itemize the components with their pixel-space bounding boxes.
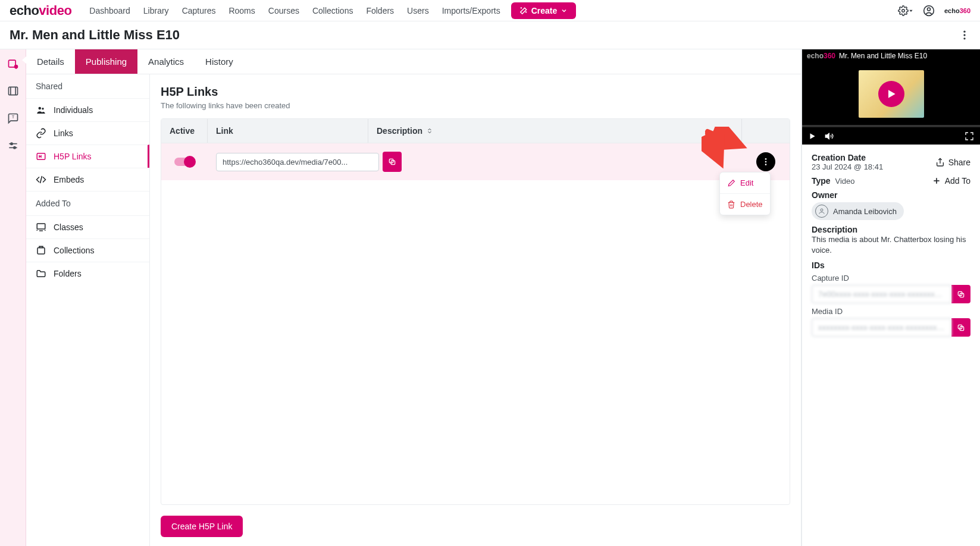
volume-icon[interactable] (825, 131, 834, 141)
type-value: Video (835, 177, 855, 186)
owner-name: Amanda Leibovich (833, 207, 897, 216)
fullscreen-icon[interactable] (965, 131, 974, 141)
create-button[interactable]: Create (511, 2, 577, 19)
creation-row: Creation Date 23 Jul 2024 @ 18:41 Share (812, 153, 970, 171)
svg-point-18 (39, 107, 42, 110)
owner-block: Owner Amanda Leibovich (812, 190, 970, 220)
row-actions-button[interactable] (756, 152, 775, 171)
sidebar-item-links[interactable]: Links (26, 121, 149, 145)
right-panel: echo360 Mr. Men and Little Miss E10 (801, 49, 980, 546)
media-id-value[interactable]: xxxxxxxx-xxxx-xxxx-xxxx-xxxxxxxxxx... (812, 318, 951, 337)
nav-library[interactable]: Library (143, 6, 169, 15)
copy-link-button[interactable] (383, 152, 402, 172)
sidebar-item-classes[interactable]: Classes (26, 215, 149, 239)
nav-folders[interactable]: Folders (366, 6, 394, 15)
nav-rooms[interactable]: Rooms (228, 6, 255, 15)
create-h5p-link-button[interactable]: Create H5P Link (161, 516, 243, 537)
more-vertical-icon (761, 157, 771, 167)
ids-label: IDs (812, 261, 970, 270)
share-label: Share (948, 158, 970, 167)
sidebar-item-h5p-links[interactable]: H5P Links (26, 145, 149, 168)
nav-collections[interactable]: Collections (312, 6, 353, 15)
play-icon (885, 88, 897, 100)
media-id-label: Media ID (812, 307, 970, 316)
svg-point-33 (765, 161, 767, 163)
sidebar-item-individuals[interactable]: Individuals (26, 98, 149, 121)
brand-logo[interactable]: echovideo (10, 3, 71, 18)
svg-point-32 (765, 158, 767, 160)
brand-video: video (39, 3, 71, 18)
sidebar-item-embeds[interactable]: Embeds (26, 168, 149, 191)
transcript-icon: T (7, 112, 19, 124)
svg-marker-36 (888, 90, 896, 98)
trash-icon (727, 200, 735, 209)
video-preview[interactable]: echo360 Mr. Men and Little Miss E10 (802, 49, 980, 145)
left-rail: i T (0, 49, 26, 546)
link-value[interactable]: https://echo360qa.dev/media/7e00... (216, 153, 379, 171)
profile-button[interactable] (923, 5, 935, 17)
desc-label: Description (812, 225, 970, 234)
col-description[interactable]: Description (368, 119, 742, 143)
capture-id-block: Capture ID 7e00xxxx-xxxx-xxxx-xxxx-xxxxx… (812, 274, 970, 303)
svg-point-17 (13, 147, 15, 149)
capture-id-value[interactable]: 7e00xxxx-xxxx-xxxx-xxxx-xxxxxxxxxx... (812, 285, 951, 303)
menu-delete-label: Delete (740, 200, 763, 209)
svg-point-4 (963, 31, 965, 33)
description-block: Description This media is about Mr. Chat… (812, 225, 970, 256)
rail-item-transcript[interactable]: T (0, 109, 26, 128)
pencil-icon (727, 179, 735, 187)
col-description-label: Description (377, 126, 422, 136)
play-button[interactable] (878, 81, 904, 107)
active-toggle[interactable] (174, 158, 195, 166)
main-subtext: The following links have been created (161, 101, 790, 110)
tab-details[interactable]: Details (26, 49, 75, 74)
classes-icon (36, 222, 46, 233)
code-icon (36, 174, 46, 185)
rail-item-settings[interactable] (0, 136, 26, 155)
svg-point-34 (765, 164, 767, 165)
nav-captures[interactable]: Captures (182, 6, 216, 15)
nav-users[interactable]: Users (407, 6, 429, 15)
top-nav-right: echo360 (898, 5, 970, 17)
nav-imports-exports[interactable]: Imports/Exports (442, 6, 500, 15)
add-to-button[interactable]: Add To (932, 176, 970, 186)
sidebar-item-collections[interactable]: Collections (26, 239, 149, 262)
page-more-button[interactable] (959, 29, 970, 41)
tab-publishing[interactable]: Publishing (75, 49, 137, 74)
sidebar-label: Embeds (54, 175, 84, 184)
caret-down-icon (909, 8, 913, 13)
sidebar-item-folders[interactable]: Folders (26, 262, 149, 285)
nav-links: Dashboard Library Captures Rooms Courses… (89, 6, 500, 15)
owner-chip[interactable]: Amanda Leibovich (812, 202, 904, 220)
settings-button[interactable] (898, 5, 913, 16)
share-button[interactable]: Share (935, 158, 970, 167)
table-row: https://echo360qa.dev/media/7e00... (161, 143, 790, 180)
svg-marker-1 (909, 10, 912, 11)
sidebar-label: Links (54, 128, 73, 138)
sidebar-added-title: Added To (26, 191, 149, 215)
tab-analytics[interactable]: Analytics (137, 49, 195, 74)
chevron-down-icon (561, 7, 568, 14)
desc-text: This media is about Mr. Chatterbox losin… (812, 234, 970, 256)
nav-dashboard[interactable]: Dashboard (89, 6, 130, 15)
preview-title: Mr. Men and Little Miss E10 (839, 52, 927, 60)
preview-controls (802, 127, 980, 145)
svg-point-19 (42, 108, 43, 109)
nav-courses[interactable]: Courses (268, 6, 299, 15)
preview-thumb (802, 62, 980, 125)
row-actions-menu: Edit Delete (719, 172, 771, 215)
menu-delete[interactable]: Delete (720, 194, 770, 215)
play-small-icon[interactable] (808, 132, 816, 140)
menu-edit[interactable]: Edit (720, 172, 770, 194)
tab-history[interactable]: History (195, 49, 244, 74)
user-circle-icon (923, 5, 935, 17)
svg-point-6 (963, 37, 965, 39)
col-link: Link (208, 119, 368, 143)
type-row: Type Video Add To (812, 176, 970, 186)
rail-item-video[interactable] (0, 81, 26, 101)
svg-point-0 (902, 9, 905, 12)
rail-caret (22, 57, 26, 64)
preview-title-bar: echo360 Mr. Men and Little Miss E10 (802, 49, 980, 62)
copy-capture-id-button[interactable] (951, 285, 970, 303)
copy-media-id-button[interactable] (951, 318, 970, 337)
